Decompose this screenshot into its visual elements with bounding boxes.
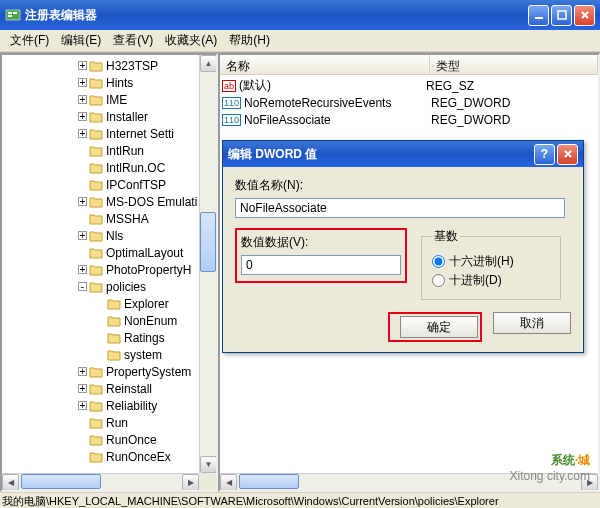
scroll-right-icon[interactable]: ▶ bbox=[182, 474, 199, 491]
tree-item[interactable]: OptimalLayout bbox=[2, 244, 216, 261]
tree-item-label: Reinstall bbox=[106, 382, 152, 396]
expand-icon[interactable]: + bbox=[78, 384, 87, 393]
tree-item[interactable]: Ratings bbox=[2, 329, 216, 346]
tree-item-label: H323TSP bbox=[106, 59, 158, 73]
folder-icon bbox=[89, 179, 103, 191]
value-type: REG_SZ bbox=[426, 79, 474, 93]
menu-file[interactable]: 文件(F) bbox=[4, 30, 55, 51]
svg-rect-2 bbox=[8, 15, 12, 17]
tree-item-label: RunOnce bbox=[106, 433, 157, 447]
expand-icon[interactable]: + bbox=[78, 95, 87, 104]
expand-icon[interactable]: + bbox=[78, 112, 87, 121]
menu-help[interactable]: 帮助(H) bbox=[223, 30, 276, 51]
folder-icon bbox=[89, 247, 103, 259]
tree-item[interactable]: +MS-DOS Emulati bbox=[2, 193, 216, 210]
tree-item-label: IntlRun bbox=[106, 144, 144, 158]
list-row[interactable]: ab(默认)REG_SZ bbox=[222, 77, 596, 94]
tree-item-label: Installer bbox=[106, 110, 148, 124]
tree-item-label: IME bbox=[106, 93, 127, 107]
col-type[interactable]: 类型 bbox=[430, 55, 598, 74]
tree-scrollbar-v[interactable]: ▲ ▼ bbox=[199, 55, 216, 473]
tree-item[interactable]: IntlRun bbox=[2, 142, 216, 159]
tree-item-label: MSSHA bbox=[106, 212, 149, 226]
expand-icon[interactable]: + bbox=[78, 129, 87, 138]
list-row[interactable]: 110NoRemoteRecursiveEventsREG_DWORD bbox=[222, 94, 596, 111]
expand-icon[interactable]: + bbox=[78, 78, 87, 87]
tree-item[interactable]: +H323TSP bbox=[2, 57, 216, 74]
folder-icon bbox=[89, 77, 103, 89]
tree-item-label: PhotoPropertyH bbox=[106, 263, 191, 277]
tree-item[interactable]: +Reliability bbox=[2, 397, 216, 414]
tree-item[interactable]: Explorer bbox=[2, 295, 216, 312]
tree-scrollbar-h[interactable]: ◀ ▶ bbox=[2, 473, 199, 490]
scroll-right-icon[interactable]: ▶ bbox=[581, 474, 598, 491]
statusbar: 我的电脑\HKEY_LOCAL_MACHINE\SOFTWARE\Microso… bbox=[0, 492, 600, 508]
scroll-up-icon[interactable]: ▲ bbox=[200, 55, 217, 72]
radio-dec[interactable] bbox=[432, 274, 445, 287]
ok-button[interactable]: 确定 bbox=[400, 316, 478, 338]
expand-icon[interactable]: + bbox=[78, 265, 87, 274]
tree-item[interactable]: +Installer bbox=[2, 108, 216, 125]
dialog-close-button[interactable] bbox=[557, 144, 578, 165]
value-name-input[interactable] bbox=[235, 198, 565, 218]
tree-item[interactable]: IPConfTSP bbox=[2, 176, 216, 193]
folder-icon bbox=[89, 264, 103, 276]
tree-item[interactable]: +Internet Setti bbox=[2, 125, 216, 142]
app-icon bbox=[5, 7, 21, 23]
folder-icon bbox=[89, 366, 103, 378]
tree-item-label: system bbox=[124, 348, 162, 362]
value-data-input[interactable] bbox=[241, 255, 401, 275]
menu-view[interactable]: 查看(V) bbox=[107, 30, 159, 51]
tree-item[interactable]: +PropertySystem bbox=[2, 363, 216, 380]
tree-item-label: Ratings bbox=[124, 331, 165, 345]
tree-item-label: Internet Setti bbox=[106, 127, 174, 141]
window-titlebar: 注册表编辑器 bbox=[0, 0, 600, 30]
tree-item[interactable]: system bbox=[2, 346, 216, 363]
collapse-icon[interactable]: - bbox=[78, 282, 87, 291]
minimize-button[interactable] bbox=[528, 5, 549, 26]
folder-icon bbox=[89, 451, 103, 463]
list-row[interactable]: 110NoFileAssociateREG_DWORD bbox=[222, 111, 596, 128]
tree-item[interactable]: IntlRun.OC bbox=[2, 159, 216, 176]
scroll-left-icon[interactable]: ◀ bbox=[2, 474, 19, 491]
tree-item[interactable]: Run bbox=[2, 414, 216, 431]
tree-item[interactable]: -policies bbox=[2, 278, 216, 295]
registry-tree[interactable]: +H323TSP+Hints+IME+Installer+Internet Se… bbox=[2, 55, 216, 465]
expand-icon[interactable]: + bbox=[78, 197, 87, 206]
expand-icon[interactable]: + bbox=[78, 61, 87, 70]
radio-dec-label: 十进制(D) bbox=[449, 272, 502, 289]
col-name[interactable]: 名称 bbox=[220, 55, 430, 74]
tree-item[interactable]: MSSHA bbox=[2, 210, 216, 227]
close-button[interactable] bbox=[574, 5, 595, 26]
tree-item[interactable]: NonEnum bbox=[2, 312, 216, 329]
folder-icon bbox=[89, 434, 103, 446]
folder-icon bbox=[89, 281, 103, 293]
radio-hex[interactable] bbox=[432, 255, 445, 268]
expand-icon[interactable]: + bbox=[78, 231, 87, 240]
tree-item[interactable]: +Hints bbox=[2, 74, 216, 91]
tree-item-label: IntlRun.OC bbox=[106, 161, 165, 175]
scroll-down-icon[interactable]: ▼ bbox=[200, 456, 217, 473]
tree-item[interactable]: RunOnceEx bbox=[2, 448, 216, 465]
tree-item[interactable]: RunOnce bbox=[2, 431, 216, 448]
cancel-button[interactable]: 取消 bbox=[493, 312, 571, 334]
list-body[interactable]: ab(默认)REG_SZ110NoRemoteRecursiveEventsRE… bbox=[220, 75, 598, 130]
highlight-ok: 确定 bbox=[388, 312, 482, 342]
maximize-button[interactable] bbox=[551, 5, 572, 26]
menubar: 文件(F) 编辑(E) 查看(V) 收藏夹(A) 帮助(H) bbox=[0, 30, 600, 52]
tree-item[interactable]: +Reinstall bbox=[2, 380, 216, 397]
scroll-left-icon[interactable]: ◀ bbox=[220, 474, 237, 491]
menu-favorites[interactable]: 收藏夹(A) bbox=[159, 30, 223, 51]
tree-item[interactable]: +Nls bbox=[2, 227, 216, 244]
tree-item[interactable]: +PhotoPropertyH bbox=[2, 261, 216, 278]
expand-icon[interactable]: + bbox=[78, 401, 87, 410]
folder-icon bbox=[89, 383, 103, 395]
dialog-help-button[interactable]: ? bbox=[534, 144, 555, 165]
svg-rect-4 bbox=[535, 17, 543, 19]
dword-value-icon: 110 bbox=[222, 97, 241, 109]
menu-edit[interactable]: 编辑(E) bbox=[55, 30, 107, 51]
expand-icon[interactable]: + bbox=[78, 367, 87, 376]
tree-item[interactable]: +IME bbox=[2, 91, 216, 108]
list-scrollbar-h[interactable]: ◀ ▶ bbox=[220, 473, 598, 490]
string-value-icon: ab bbox=[222, 80, 236, 92]
